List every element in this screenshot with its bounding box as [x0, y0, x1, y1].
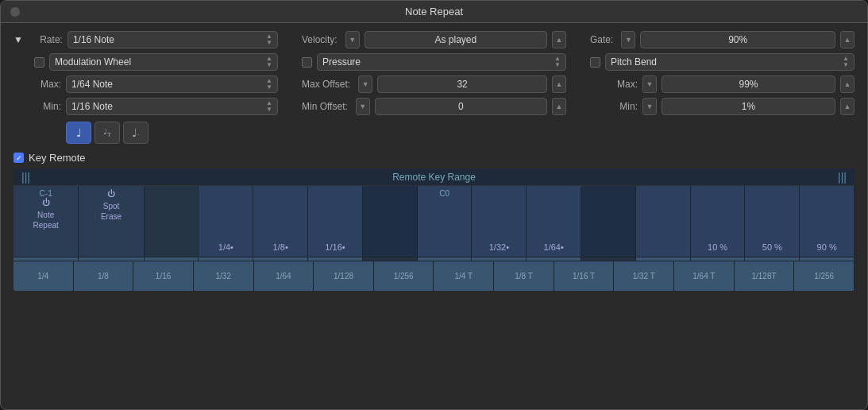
pitch-bend-checkbox[interactable]	[590, 57, 600, 68]
velocity-left-btn[interactable]: ▼	[345, 31, 360, 48]
gate-max-left-btn[interactable]: ▼	[642, 75, 657, 93]
bottom-key-1-256b[interactable]: 1/256	[794, 261, 854, 291]
gate-max-select[interactable]: 99%	[662, 75, 835, 93]
gate-group: Gate: ▼ 90% ▲ Pitch Bend ▲ ▼	[590, 31, 854, 144]
max-rate-select[interactable]: 1/64 Note ▲ ▼	[66, 75, 278, 93]
min-rate-row: Min: 1/16 Note ▲ ▼	[14, 98, 278, 115]
key-c-minus-1-name: NoteRepeat	[33, 210, 59, 230]
pitch-bend-select[interactable]: Pitch Bend ▲ ▼	[605, 53, 854, 71]
mod-wheel-checkbox[interactable]	[34, 57, 44, 68]
key-64th-dot-label: 1/64•	[544, 242, 564, 255]
max-offset-select[interactable]: 32	[377, 75, 547, 93]
gate-min-left-btn[interactable]: ▼	[642, 98, 657, 115]
velocity-select[interactable]: As played	[365, 31, 547, 48]
drag-right-handle[interactable]: |||	[838, 171, 847, 184]
key-empty-4[interactable]	[636, 186, 691, 261]
title-bar: Note Repeat	[1, 1, 867, 23]
gate-row: Gate: ▼ 90% ▲	[590, 31, 854, 48]
range-bar-label: Remote Key Range	[392, 172, 476, 183]
key-remote-checkbox[interactable]	[14, 153, 24, 163]
bottom-keys-row: 1/4 1/8 1/16 1/32 1/64 1/128 1/256 1/4 T…	[14, 261, 854, 291]
key-32nd-dot-label: 1/32•	[489, 242, 509, 255]
gate-min-value: 1%	[662, 101, 835, 112]
traffic-light	[10, 7, 20, 17]
key-remote-header: Key Remote	[14, 152, 854, 164]
velocity-value: As played	[365, 34, 546, 45]
key-c-minus-1[interactable]: C-1 ⏻ NoteRepeat	[14, 186, 79, 261]
velocity-right-btn[interactable]: ▲	[552, 31, 566, 48]
key-90pct[interactable]: 90 %	[800, 186, 854, 261]
bottom-key-1-4t[interactable]: 1/4 T	[434, 261, 494, 291]
key-quarter-dot[interactable]: 1/4•	[199, 186, 253, 261]
key-empty-3[interactable]	[581, 186, 636, 261]
key-50pct[interactable]: 50 %	[745, 186, 800, 261]
power-icon-2: ⏻	[107, 189, 115, 198]
keys-wrapper: C-1 ⏻ NoteRepeat ⏻ SpotErase	[14, 186, 854, 291]
gate-max-row: Max: ▼ 99% ▲	[590, 75, 854, 93]
max-rate-label: Max:	[14, 79, 61, 90]
max-offset-left-btn[interactable]: ▼	[358, 75, 372, 93]
min-rate-select[interactable]: 1/16 Note ▲ ▼	[66, 98, 278, 115]
key-sixteenth-dot-label: 1/16•	[325, 242, 345, 255]
key-remote-section: Key Remote ||| Remote Key Range |||	[14, 152, 854, 291]
note-btn-quarter[interactable]: ♩	[66, 122, 91, 144]
key-spot-erase[interactable]: ⏻ SpotErase	[79, 186, 144, 261]
bottom-key-1-256[interactable]: 1/256	[374, 261, 434, 291]
gate-max-right-btn[interactable]: ▲	[840, 75, 854, 93]
bottom-key-1-16t[interactable]: 1/16 T	[554, 261, 615, 291]
bottom-key-1-4[interactable]: 1/4	[14, 261, 74, 291]
key-empty-1[interactable]	[145, 186, 199, 261]
bottom-key-1-128t[interactable]: 1/128T	[735, 261, 795, 291]
piano-container: ||| Remote Key Range ||| C-1 ⏻	[14, 168, 854, 291]
mod-wheel-label: Modulation Wheel	[55, 56, 131, 68]
bottom-key-1-32[interactable]: 1/32	[194, 261, 254, 291]
key-c-minus-1-label: C-1	[40, 189, 52, 198]
pressure-checkbox[interactable]	[302, 57, 312, 68]
gate-min-right-btn[interactable]: ▲	[840, 98, 854, 115]
max-offset-row: Max Offset: ▼ 32 ▲	[302, 75, 566, 93]
key-eighth-dot-label: 1/8•	[273, 242, 288, 255]
drag-left-handle[interactable]: |||	[21, 171, 30, 184]
pressure-label: Pressure	[322, 56, 361, 68]
key-10pct-label: 10 %	[708, 242, 727, 255]
gate-select[interactable]: 90%	[640, 31, 835, 48]
key-spot-erase-name: SpotErase	[101, 201, 122, 222]
bottom-key-1-32t[interactable]: 1/32 T	[614, 261, 674, 291]
pressure-select[interactable]: Pressure ▲ ▼	[317, 53, 566, 71]
key-32nd-dot[interactable]: 1/32•	[472, 186, 527, 261]
gate-max-value: 99%	[662, 79, 835, 90]
min-offset-left-btn[interactable]: ▼	[356, 98, 370, 115]
key-eighth-dot[interactable]: 1/8•	[253, 186, 308, 261]
min-offset-right-btn[interactable]: ▲	[552, 98, 566, 115]
bottom-key-1-64[interactable]: 1/64	[254, 261, 314, 291]
key-50pct-label: 50 %	[762, 242, 782, 255]
rate-group: ▼ Rate: 1/16 Note ▲ ▼ Modulation Wheel	[14, 31, 278, 144]
min-offset-select[interactable]: 0	[375, 98, 547, 115]
key-empty-2[interactable]	[363, 186, 418, 261]
max-offset-right-btn[interactable]: ▲	[552, 75, 566, 93]
min-offset-label: Min Offset:	[302, 101, 348, 112]
gate-left-btn[interactable]: ▼	[621, 31, 635, 48]
mod-wheel-row: Modulation Wheel ▲ ▼	[14, 53, 278, 71]
gate-right-btn[interactable]: ▲	[840, 31, 854, 48]
gate-min-select[interactable]: 1%	[662, 98, 835, 115]
bottom-key-1-8[interactable]: 1/8	[74, 261, 134, 291]
rate-select[interactable]: 1/16 Note ▲ ▼	[68, 31, 278, 48]
key-10pct[interactable]: 10 %	[691, 186, 746, 261]
bottom-key-1-16[interactable]: 1/16	[133, 261, 194, 291]
main-window: Note Repeat ▼ Rate: 1/16 Note ▲ ▼	[0, 0, 868, 410]
bottom-key-1-8t[interactable]: 1/8 T	[494, 261, 554, 291]
note-btn-dotted[interactable]: ♩.	[123, 122, 149, 144]
gate-value: 90%	[641, 34, 835, 45]
note-btn-triplet[interactable]: ♩T	[95, 122, 120, 144]
rate-label: Rate:	[31, 34, 63, 45]
bottom-key-1-128[interactable]: 1/128	[314, 261, 374, 291]
dropdown-arrow: ▼	[14, 34, 23, 45]
rate-value: 1/16 Note	[73, 34, 114, 45]
min-offset-value: 0	[376, 101, 546, 112]
mod-wheel-select[interactable]: Modulation Wheel ▲ ▼	[49, 53, 278, 71]
key-c0[interactable]: C0	[418, 186, 473, 261]
key-64th-dot[interactable]: 1/64•	[527, 186, 581, 261]
bottom-key-1-64t[interactable]: 1/64 T	[674, 261, 735, 291]
key-sixteenth-dot[interactable]: 1/16•	[308, 186, 363, 261]
